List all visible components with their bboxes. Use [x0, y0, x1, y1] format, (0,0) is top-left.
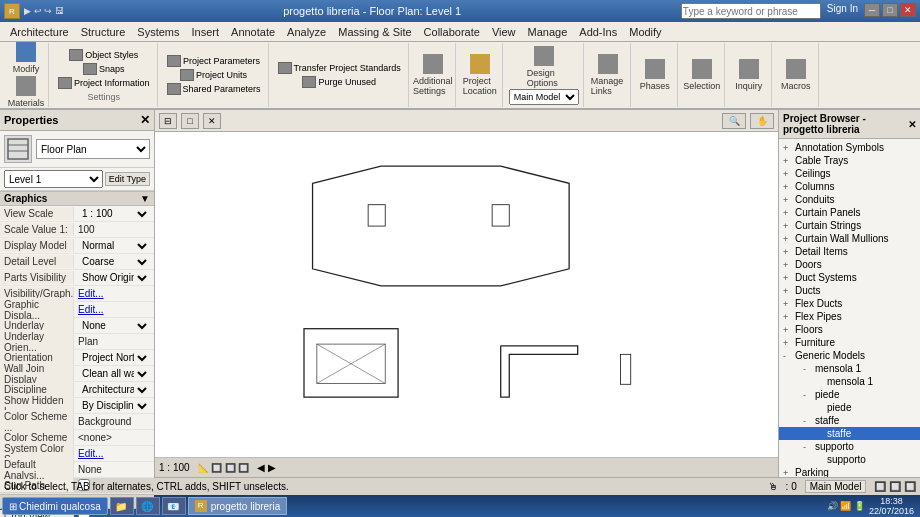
tree-item[interactable]: +Furniture — [779, 336, 920, 349]
tree-item[interactable]: +Conduits — [779, 193, 920, 206]
tree-item[interactable]: piede — [779, 401, 920, 414]
window-controls: Sign In ─ □ ✕ — [681, 3, 916, 19]
tree-item[interactable]: +Curtain Panels — [779, 206, 920, 219]
phases-btn[interactable]: Phases — [637, 53, 673, 97]
canvas-scale: 1 : 100 — [159, 462, 190, 473]
search-input[interactable] — [681, 3, 821, 19]
tree-item[interactable]: +Flex Ducts — [779, 297, 920, 310]
tree-item[interactable]: +Parking — [779, 466, 920, 477]
project-units-btn[interactable]: Project Units — [177, 68, 250, 82]
tree-item-label: Ducts — [795, 285, 916, 296]
tree-item[interactable]: +Ducts — [779, 284, 920, 297]
taskbar-app1[interactable]: 📧 — [162, 497, 186, 515]
object-styles-btn[interactable]: Object Styles — [66, 48, 141, 62]
orientation-select[interactable]: Project North — [78, 350, 150, 366]
tree-item[interactable]: -staffe — [779, 414, 920, 427]
canvas-content[interactable] — [155, 132, 778, 457]
inquiry-btn[interactable]: Inquiry — [731, 53, 767, 97]
main-model-select[interactable]: Main Model — [509, 89, 579, 105]
browser-close-btn[interactable]: ✕ — [908, 119, 916, 130]
tree-item[interactable]: staffe — [779, 427, 920, 440]
view-type-select[interactable]: Floor Plan — [36, 139, 150, 159]
shared-params-btn[interactable]: Shared Parameters — [164, 82, 264, 96]
start-button[interactable]: ⊞ Chiedimi qualcosa — [2, 497, 108, 515]
tree-item[interactable]: +Flex Pipes — [779, 310, 920, 323]
parts-vis-select[interactable]: Show Original — [78, 270, 150, 286]
tree-item[interactable]: +Annotation Symbols — [779, 141, 920, 154]
sign-in-btn[interactable]: Sign In — [823, 3, 862, 19]
menu-addins[interactable]: Add-Ins — [573, 24, 623, 40]
graphics-collapse-btn[interactable]: ▼ — [140, 193, 150, 204]
main-model-label: Main Model — [805, 480, 867, 493]
tree-expand-icon: - — [803, 390, 815, 400]
level-select[interactable]: Level 1 — [4, 170, 103, 188]
menu-analyze[interactable]: Analyze — [281, 24, 332, 40]
edit-type-button[interactable]: Edit Type — [105, 172, 150, 186]
properties-close-btn[interactable]: ✕ — [140, 113, 150, 127]
menu-view[interactable]: View — [486, 24, 522, 40]
tree-item[interactable]: -Generic Models — [779, 349, 920, 362]
windows-taskbar: ⊞ Chiedimi qualcosa 📁 🌐 📧 R progetto lib… — [0, 495, 920, 517]
modify-btn[interactable]: Modify — [8, 41, 44, 75]
display-model-select[interactable]: Normal — [78, 238, 150, 254]
view-ctrl-btn-3[interactable]: ✕ — [203, 113, 221, 129]
discipline-select[interactable]: Architectural — [78, 382, 150, 398]
tree-item[interactable]: +Cable Trays — [779, 154, 920, 167]
tree-item[interactable]: -mensola 1 — [779, 362, 920, 375]
tree-item[interactable]: -supporto — [779, 440, 920, 453]
toolbar-selection-group: Selection — [680, 43, 725, 107]
taskbar-revit[interactable]: R progetto libreria — [188, 497, 287, 515]
tree-item[interactable]: mensola 1 — [779, 375, 920, 388]
toolbar-additional-group: Additional Settings — [411, 43, 456, 107]
project-info-btn[interactable]: Project Information — [55, 76, 153, 90]
view-pan-btn[interactable]: ✋ — [750, 113, 774, 129]
tree-item[interactable]: +Curtain Wall Mullions — [779, 232, 920, 245]
underlay-select[interactable]: None — [78, 318, 150, 334]
menu-architecture[interactable]: Architecture — [4, 24, 75, 40]
menu-annotate[interactable]: Annotate — [225, 24, 281, 40]
minimize-btn[interactable]: ─ — [864, 3, 880, 17]
purge-btn[interactable]: Purge Unused — [299, 75, 379, 89]
tree-item-label: mensola 1 — [827, 376, 916, 387]
view-scale-select[interactable]: 1 : 100 — [78, 206, 150, 222]
project-params-btn[interactable]: Project Parameters — [164, 54, 263, 68]
manage-links-btn[interactable]: Manage Links — [590, 53, 626, 97]
tree-item[interactable]: +Curtain Strings — [779, 219, 920, 232]
tree-item[interactable]: -piede — [779, 388, 920, 401]
view-zoom-btn[interactable]: 🔍 — [722, 113, 746, 129]
tree-item[interactable]: +Floors — [779, 323, 920, 336]
view-ctrl-btn-2[interactable]: □ — [181, 113, 199, 129]
selection-btn[interactable]: Selection — [684, 53, 720, 97]
macros-btn[interactable]: Macros — [778, 53, 814, 97]
menu-manage[interactable]: Manage — [522, 24, 574, 40]
menu-modify[interactable]: Modify — [623, 24, 667, 40]
detail-level-select[interactable]: Coarse — [78, 254, 150, 270]
tree-expand-icon: + — [783, 143, 795, 153]
menu-systems[interactable]: Systems — [131, 24, 185, 40]
properties-type-area: Floor Plan — [0, 131, 154, 168]
tree-item[interactable]: +Doors — [779, 258, 920, 271]
maximize-btn[interactable]: □ — [882, 3, 898, 17]
tree-expand-icon: + — [783, 312, 795, 322]
taskbar-ie[interactable]: 🌐 — [136, 497, 160, 515]
menu-collaborate[interactable]: Collaborate — [418, 24, 486, 40]
project-location-btn[interactable]: Project Location — [462, 53, 498, 97]
snaps-btn[interactable]: Snaps — [80, 62, 128, 76]
tree-item[interactable]: +Duct Systems — [779, 271, 920, 284]
menu-structure[interactable]: Structure — [75, 24, 132, 40]
taskbar-file-explorer[interactable]: 📁 — [110, 497, 134, 515]
show-hidden-select[interactable]: By Discipline — [78, 398, 150, 414]
tree-item[interactable]: +Ceilings — [779, 167, 920, 180]
additional-settings-btn[interactable]: Additional Settings — [415, 53, 451, 97]
menu-massing[interactable]: Massing & Site — [332, 24, 417, 40]
materials-btn[interactable]: Materials — [8, 75, 44, 109]
design-options-btn[interactable]: Design Options — [526, 45, 562, 89]
wall-join-select[interactable]: Clean all wall... — [78, 366, 150, 382]
tree-item[interactable]: +Columns — [779, 180, 920, 193]
close-btn[interactable]: ✕ — [900, 3, 916, 17]
menu-insert[interactable]: Insert — [186, 24, 226, 40]
tree-item[interactable]: +Detail Items — [779, 245, 920, 258]
tree-item[interactable]: supporto — [779, 453, 920, 466]
transfer-btn[interactable]: Transfer Project Standards — [275, 61, 404, 75]
view-ctrl-btn-1[interactable]: ⊟ — [159, 113, 177, 129]
